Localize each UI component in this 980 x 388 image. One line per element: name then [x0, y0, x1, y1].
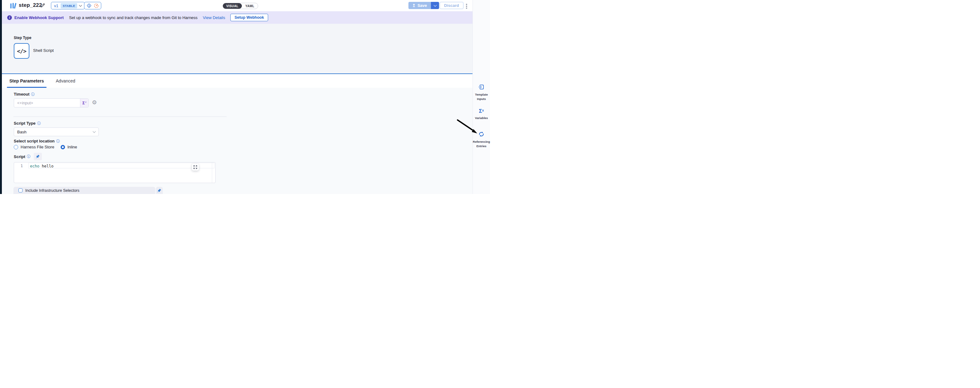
tab-step-parameters[interactable]: Step Parameters [8, 74, 46, 88]
editor-fullscreen-button[interactable] [192, 164, 199, 170]
visual-yaml-toggle: VISUAL YAML [223, 3, 258, 9]
history-timer-icon[interactable] [94, 3, 99, 8]
template-library-icon [10, 3, 18, 9]
info-icon: ⓘ [31, 92, 35, 96]
edit-title-icon[interactable] [40, 3, 45, 8]
timeout-input[interactable]: <+input> [14, 100, 80, 105]
version-label: v1 [54, 3, 59, 8]
step-type-section: Step Type </> Shell Script [2, 24, 473, 73]
banner-message: Set up a webhook to sync and track chang… [69, 15, 197, 20]
discard-button-label: Discard [444, 3, 459, 8]
script-code-editor[interactable]: 1 echo hello [14, 162, 216, 183]
script-label: Script ⓘ [14, 154, 30, 159]
editor-line-number: 1 [14, 164, 23, 168]
more-options-kebab-icon[interactable] [465, 3, 468, 10]
right-toolbar: Template Inputs Σx Variables Referencing… [473, 0, 490, 194]
save-button-label: Save [417, 3, 427, 8]
sidebar-item-label: Template Inputs [473, 92, 490, 101]
pin-infra-button[interactable] [156, 187, 163, 194]
editor-current-line [29, 163, 215, 169]
step-type-value: Shell Script [33, 48, 54, 53]
script-location-radio-group: Harness File Store Inline [14, 145, 81, 149]
banner-title: Enable Webhook Support [14, 15, 64, 20]
step-tabs: Step Parameters Advanced [2, 73, 473, 88]
timeout-field: <+input> Σ x [14, 99, 89, 108]
git-and-history-button-group[interactable] [84, 2, 101, 10]
include-infra-label: Include Infrastructure Selectors [25, 188, 80, 193]
step-type-label: Step Type [14, 36, 31, 40]
annotation-arrow [452, 116, 481, 136]
save-button[interactable]: ↥ Save [409, 2, 431, 9]
git-experience-icon[interactable] [87, 3, 92, 8]
timeout-label: Timeout ⓘ [14, 92, 35, 97]
info-icon: ⓘ [56, 139, 60, 143]
chevron-down-icon [433, 3, 437, 6]
section-divider [13, 116, 227, 117]
timeout-settings-gear-icon[interactable]: ⚙ [92, 100, 97, 105]
pin-script-button[interactable] [34, 153, 42, 160]
variables-sigma-icon: Σx [479, 108, 484, 114]
shell-script-icon: </> [17, 48, 26, 54]
script-location-label: Select script location ⓘ [14, 139, 60, 143]
step-parameters-panel: Timeout ⓘ <+input> Σ x ⚙ Script Type ⓘ B… [2, 88, 473, 194]
script-type-value: Bash [17, 130, 27, 134]
template-inputs-icon [478, 84, 485, 90]
toggle-yaml[interactable]: YAML [242, 4, 258, 8]
editor-code-line[interactable]: echo hello [30, 164, 53, 169]
radio-label-file-store: Harness File Store [21, 145, 54, 149]
radio-harness-file-store[interactable] [14, 145, 18, 149]
chevron-down-icon [93, 130, 96, 133]
sidebar-item-label: Referencing Entries [473, 140, 490, 148]
include-infra-row: Include Infrastructure Selectors [13, 187, 155, 194]
radio-inline[interactable] [60, 145, 65, 149]
script-type-label: Script Type ⓘ [14, 121, 41, 126]
pin-icon [36, 154, 40, 159]
upload-icon: ↥ [412, 3, 415, 8]
stable-badge: STABLE [60, 3, 78, 8]
version-selector[interactable]: v1 STABLE [51, 2, 85, 10]
editor-scrollbar[interactable] [212, 162, 212, 183]
radio-label-inline: Inline [67, 145, 77, 149]
include-infra-checkbox[interactable] [18, 188, 22, 192]
save-options-caret[interactable] [431, 2, 439, 9]
view-details-link[interactable]: View Details [203, 15, 225, 20]
expand-icon [193, 165, 197, 169]
code-keyword: echo [30, 164, 40, 169]
save-split-button: ↥ Save [409, 2, 439, 9]
runtime-input-type-icon[interactable]: Σ x [80, 99, 88, 107]
webhook-banner: i Enable Webhook Support Set up a webhoo… [2, 11, 473, 24]
script-type-select[interactable]: Bash [14, 127, 99, 136]
tab-advanced[interactable]: Advanced [54, 74, 77, 88]
script-label-row: Script ⓘ [14, 153, 42, 160]
code-argument: hello [40, 164, 53, 169]
toggle-visual[interactable]: VISUAL [223, 3, 242, 9]
info-icon: i [7, 15, 12, 20]
info-icon: ⓘ [27, 155, 30, 158]
chevron-down-icon [79, 4, 82, 7]
page-title: step_222 [19, 2, 42, 8]
pin-icon [157, 188, 162, 193]
discard-button[interactable]: Discard [440, 2, 463, 9]
template-studio-page: step_222 v1 STABLE VISUAL YAML ↥ Save [0, 0, 490, 194]
setup-webhook-button[interactable]: Setup Webhook [230, 14, 268, 21]
step-type-card[interactable]: </> [14, 43, 29, 59]
info-icon: ⓘ [37, 121, 41, 125]
sidebar-item-template-inputs[interactable]: Template Inputs [473, 84, 490, 101]
